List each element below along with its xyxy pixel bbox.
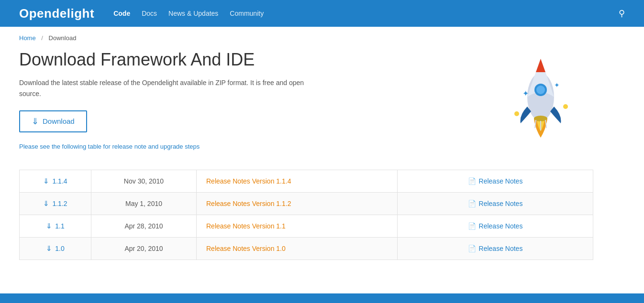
hero-text: Download Framework And IDE Download the … xyxy=(19,49,306,151)
version-cell: ⇓ 1.1.4 xyxy=(20,170,91,192)
date-cell: Nov 30, 2010 xyxy=(91,170,197,192)
version-cell: ⇓ 1.0 xyxy=(20,237,91,260)
download-button[interactable]: ⇓ Download xyxy=(19,110,87,132)
download-icon: ⇓ xyxy=(32,116,39,127)
release-notes-text-link[interactable]: Release Notes Version 1.0 xyxy=(206,245,286,252)
release-notes-text-link[interactable]: Release Notes Version 1.1.2 xyxy=(206,200,291,207)
rocket-illustration: ✦ ✦ xyxy=(488,44,593,150)
main-nav: Code Docs News & Updates Community xyxy=(113,10,619,17)
release-notes-label: Release Notes xyxy=(479,245,523,252)
version-cell: ⇓ 1.1 xyxy=(20,215,91,237)
svg-point-8 xyxy=(563,104,568,109)
nav-community[interactable]: Community xyxy=(230,10,264,17)
release-notes-download-cell: 📄 Release Notes xyxy=(398,237,593,260)
release-notes-download-cell: 📄 Release Notes xyxy=(398,215,593,237)
table-row: ⇓ 1.0 Apr 20, 2010 Release Notes Version… xyxy=(20,237,593,260)
page-title: Download Framework And IDE xyxy=(19,49,306,70)
document-icon: 📄 xyxy=(468,245,476,252)
logo-bold: delight xyxy=(52,6,94,21)
svg-point-7 xyxy=(514,111,519,116)
release-notes-text-cell: Release Notes Version 1.1 xyxy=(197,215,398,237)
search-icon[interactable]: ⚲ xyxy=(619,8,625,19)
release-notes-text-link[interactable]: Release Notes Version 1.1.4 xyxy=(206,177,291,185)
table-row: ⇓ 1.1.2 May 1, 2010 Release Notes Versio… xyxy=(20,192,593,215)
document-icon: 📄 xyxy=(468,222,476,230)
version-link[interactable]: ⇓ 1.1 xyxy=(46,222,64,230)
hero-section: Download Framework And IDE Download the … xyxy=(19,49,593,151)
version-number: 1.1.2 xyxy=(52,200,67,207)
svg-point-3 xyxy=(536,86,545,94)
release-notes-link[interactable]: 📄 Release Notes xyxy=(468,222,523,230)
version-cell: ⇓ 1.1.2 xyxy=(20,192,91,215)
breadcrumb-home[interactable]: Home xyxy=(19,34,36,42)
download-icon: ⇓ xyxy=(43,199,49,208)
nav-news[interactable]: News & Updates xyxy=(168,10,218,17)
release-notes-link[interactable]: 📄 Release Notes xyxy=(468,177,523,185)
download-icon: ⇓ xyxy=(43,177,49,185)
release-notes-text-cell: Release Notes Version 1.0 xyxy=(197,237,398,260)
release-notes-label: Release Notes xyxy=(479,200,523,207)
release-notes-link[interactable]: 📄 Release Notes xyxy=(468,245,523,252)
table-row: ⇓ 1.1.4 Nov 30, 2010 Release Notes Versi… xyxy=(20,170,593,192)
date-cell: Apr 28, 2010 xyxy=(91,215,197,237)
table-row: ⇓ 1.1 Apr 28, 2010 Release Notes Version… xyxy=(20,215,593,237)
version-link[interactable]: ⇓ 1.1.2 xyxy=(43,199,67,208)
version-number: 1.1 xyxy=(55,222,64,230)
date-cell: Apr 20, 2010 xyxy=(91,237,197,260)
breadcrumb-separator: / xyxy=(41,34,43,42)
main-content: Download Framework And IDE Download the … xyxy=(0,49,612,279)
version-link[interactable]: ⇓ 1.1.4 xyxy=(43,177,67,185)
release-notes-text-cell: Release Notes Version 1.1.2 xyxy=(197,192,398,215)
version-number: 1.0 xyxy=(55,245,64,252)
header: Opendelight Code Docs News & Updates Com… xyxy=(0,0,644,27)
document-icon: 📄 xyxy=(468,200,476,207)
version-number: 1.1.4 xyxy=(52,177,67,185)
version-link[interactable]: ⇓ 1.0 xyxy=(46,244,64,253)
download-icon: ⇓ xyxy=(46,244,52,253)
breadcrumb-current: Download xyxy=(49,34,77,42)
svg-text:✦: ✦ xyxy=(522,89,529,97)
svg-marker-1 xyxy=(536,59,545,72)
release-notes-download-cell: 📄 Release Notes xyxy=(398,170,593,192)
release-notes-label: Release Notes xyxy=(479,222,523,230)
nav-code[interactable]: Code xyxy=(113,10,130,17)
svg-text:✦: ✦ xyxy=(554,81,560,89)
release-notes-text-cell: Release Notes Version 1.1.4 xyxy=(197,170,398,192)
hero-description: Download the latest stable release of th… xyxy=(19,77,306,99)
date-cell: May 1, 2010 xyxy=(91,192,197,215)
release-notes-download-cell: 📄 Release Notes xyxy=(398,192,593,215)
download-icon: ⇓ xyxy=(46,222,52,230)
logo: Opendelight xyxy=(19,6,94,21)
nav-docs[interactable]: Docs xyxy=(142,10,157,17)
releases-table: ⇓ 1.1.4 Nov 30, 2010 Release Notes Versi… xyxy=(19,170,593,260)
release-notes-text-link[interactable]: Release Notes Version 1.1 xyxy=(206,222,286,230)
document-icon: 📄 xyxy=(468,177,476,185)
logo-light: Open xyxy=(19,6,52,21)
release-notes-link[interactable]: 📄 Release Notes xyxy=(468,200,523,207)
download-button-label: Download xyxy=(43,117,75,125)
release-notes-label: Release Notes xyxy=(479,177,523,185)
release-note-hint: Please see the following table for relea… xyxy=(19,143,200,150)
